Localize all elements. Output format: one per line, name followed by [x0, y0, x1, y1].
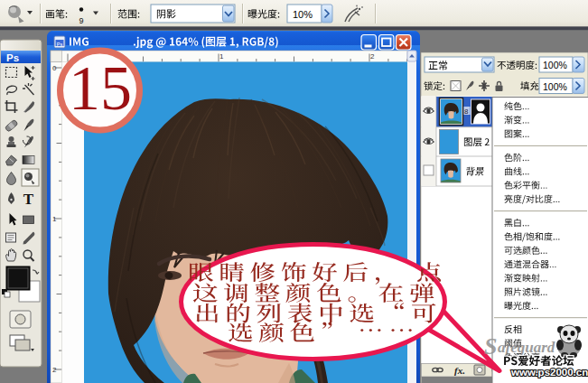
svg-text:10%: 10% [293, 9, 313, 20]
svg-text:1: 1 [219, 52, 224, 61]
svg-text:2: 2 [52, 366, 57, 374]
svg-text:15: 15 [69, 53, 132, 123]
svg-text:0: 0 [52, 64, 57, 72]
svg-text:100%: 100% [543, 81, 567, 92]
svg-text:Ps: Ps [57, 42, 63, 47]
svg-text:S: S [484, 333, 497, 360]
svg-text:1: 1 [52, 215, 57, 223]
svg-text:afeguard: afeguard [498, 339, 555, 356]
svg-text:9: 9 [79, 16, 83, 25]
svg-text:2: 2 [370, 52, 375, 61]
svg-text:fx.: fx. [454, 365, 465, 376]
svg-text:Ps: Ps [6, 52, 19, 63]
svg-text:www.ps2000.cn: www.ps2000.cn [510, 367, 588, 378]
svg-text:8: 8 [464, 107, 469, 116]
svg-text:T: T [23, 191, 34, 208]
svg-text:100%: 100% [543, 60, 567, 70]
